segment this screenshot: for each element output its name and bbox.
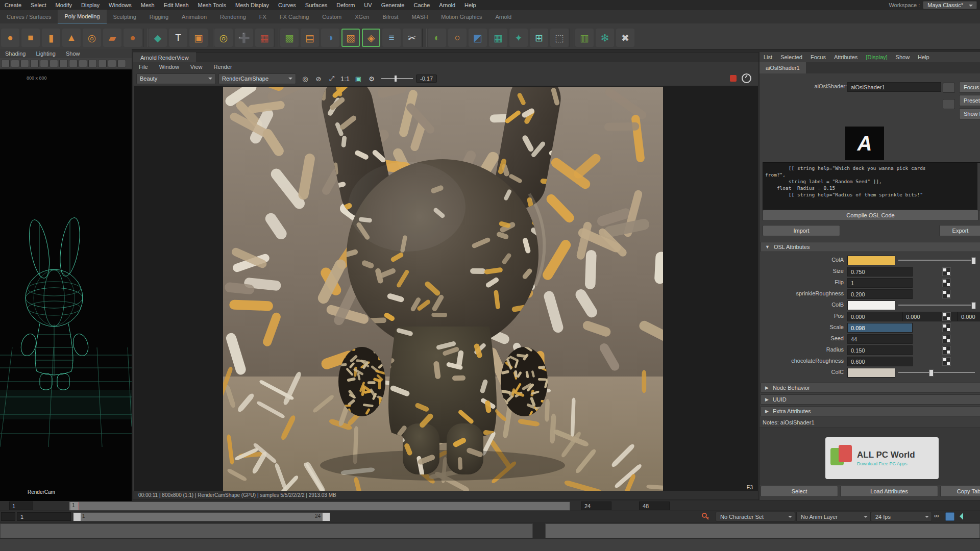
boolean-icon[interactable]: ◑ [321,29,339,47]
shelf-tab-animation[interactable]: Animation [175,10,213,23]
exposure-value[interactable]: -0.17 [416,74,437,83]
symmetry-icon[interactable]: ▦ [255,29,274,47]
shelf-tab-fx[interactable]: FX [253,10,273,23]
current-frame-field[interactable]: 1 [9,502,33,510]
color-slider[interactable] [898,305,975,306]
menu-item-edit-mesh[interactable]: Edit Mesh [159,0,193,10]
menu-item-modify[interactable]: Modify [51,0,77,10]
menu-item-select[interactable]: Select [26,0,51,10]
viewport-toggle-icon[interactable] [20,60,29,67]
poly-cone-icon[interactable]: ▲ [62,29,81,47]
viewport-menu-lighting[interactable]: Lighting [31,51,61,57]
viewport-toggle-icon[interactable] [40,60,48,67]
viewport-toggle-icon[interactable] [117,60,126,67]
texture-map-icon[interactable] [942,312,951,321]
menu-item-create[interactable]: Create [0,0,26,10]
gear-icon[interactable]: ⚙ [366,73,377,84]
ae-menu-display[interactable]: [Display] [862,54,891,60]
slider-knob[interactable] [971,257,976,264]
workspace-selector[interactable]: Workspace : Maya Classic* [889,0,977,10]
ae-side-button-presets-[interactable]: Presets* [959,95,980,106]
sculpt-tool-icon[interactable]: ◆ [149,29,167,47]
range-start-field[interactable] [1,512,15,521]
viewport-toggle-icon[interactable] [59,60,68,67]
viewport-toggle-icon[interactable] [50,60,58,67]
attribute-value-field[interactable]: 0.098 [847,323,913,333]
animation-end-field[interactable]: 48 [639,502,670,510]
texture-map-icon[interactable] [942,279,951,287]
camera-dropdown[interactable]: RenderCamShape [218,73,296,84]
poly-cylinder-icon[interactable]: ▮ [42,29,60,47]
zoom-ratio-label[interactable]: 1:1 [339,73,351,84]
menu-item-surfaces[interactable]: Surfaces [301,0,332,10]
crease-icon[interactable]: ◩ [469,29,487,47]
magnet-tool-icon[interactable]: ➕ [235,29,253,47]
viewport-toggle-icon[interactable] [1,60,10,67]
node-graph-icon[interactable] [943,99,955,109]
viewport-menu-shading[interactable]: Shading [0,51,31,57]
attribute-value-field[interactable]: 0.000 [958,312,980,321]
viewport-toggle-icon[interactable] [108,60,116,67]
viewport-toggle-icon[interactable] [79,60,87,67]
color-swatch-colc[interactable] [847,368,895,378]
menu-item-display[interactable]: Display [77,0,104,10]
gauge-icon[interactable] [742,73,751,83]
attribute-value-field[interactable]: 0.150 [847,345,913,355]
isolate-icon[interactable]: ⊘ [313,73,324,84]
color-slider[interactable] [898,372,975,373]
ae-menu-list[interactable]: List [760,54,776,60]
range-slider[interactable]: 1 24 [73,512,330,521]
slider-knob[interactable] [929,369,934,377]
menu-item-uv[interactable]: UV [359,0,376,10]
import-button[interactable]: Import [763,225,840,236]
fps-dropdown[interactable]: 24 fps [871,512,932,521]
quaddraw-icon[interactable]: ▦ [489,29,507,47]
node-list-icon[interactable] [943,83,955,93]
shelf-tab-curves-surfaces[interactable]: Curves / Surfaces [0,10,58,23]
ae-menu-focus[interactable]: Focus [806,54,830,60]
poly-sphere-icon[interactable]: ● [1,29,19,47]
range-handle-left[interactable] [74,513,81,521]
viewport-toggle-icon[interactable] [69,60,78,67]
crop-icon[interactable]: ⤢ [326,73,337,84]
time-slider[interactable]: 1 [69,502,570,511]
workspace-dropdown[interactable]: Maya Classic* [923,1,977,9]
ae-menu-help[interactable]: Help [914,54,934,60]
exposure-slider[interactable] [381,78,413,79]
shelf-tab-mash[interactable]: MASH [405,10,435,23]
separate-icon[interactable]: ▤ [301,29,319,47]
viewport-toggle-icon[interactable] [30,60,39,67]
lattice-icon[interactable]: ▥ [575,29,594,47]
shelf-tab-rendering[interactable]: Rendering [213,10,253,23]
shelf-tab-poly-modeling[interactable]: Poly Modeling [58,10,106,24]
menu-item-arnold[interactable]: Arnold [434,0,460,10]
arnold-shader-swatch[interactable]: A [845,127,884,160]
ae-menu-selected[interactable]: Selected [776,54,806,60]
delete-history-icon[interactable]: ✖ [616,29,634,47]
compile-osl-button[interactable]: Compile OSL Code [763,210,978,221]
renderview-menu-file[interactable]: File [133,64,154,70]
poly-torus-icon[interactable]: ◎ [83,29,101,47]
menu-item-help[interactable]: Help [460,0,481,10]
menu-item-cache[interactable]: Cache [409,0,435,10]
texture-map-icon[interactable] [942,290,951,298]
multicut-icon[interactable]: ✂ [403,29,421,47]
texture-map-icon[interactable] [942,357,951,366]
texture-map-icon[interactable] [942,323,951,332]
section-uuid[interactable]: ▶UUID [761,394,980,405]
menu-item-deform[interactable]: Deform [332,0,359,10]
region-icon[interactable]: ▣ [353,73,364,84]
node-tab[interactable]: aiOslShader1 [760,62,806,73]
aov-dropdown[interactable]: Beauty [136,73,216,84]
slider-knob[interactable] [971,302,976,309]
anim-layer-dropdown[interactable]: No Anim Layer [796,512,871,521]
shelf-tab-xgen[interactable]: XGen [348,10,376,23]
footer-button-load-attributes[interactable]: Load Attributes [840,486,938,497]
shelf-tab-rigging[interactable]: Rigging [143,10,175,23]
texture-map-icon[interactable] [942,335,951,343]
shelf-tab-custom[interactable]: Custom [315,10,348,23]
ae-menu-attributes[interactable]: Attributes [830,54,862,60]
shelf-tab-motion-graphics[interactable]: Motion Graphics [434,10,488,23]
viewport-menu-show[interactable]: Show [61,51,85,57]
ae-menu-show[interactable]: Show [892,54,914,60]
